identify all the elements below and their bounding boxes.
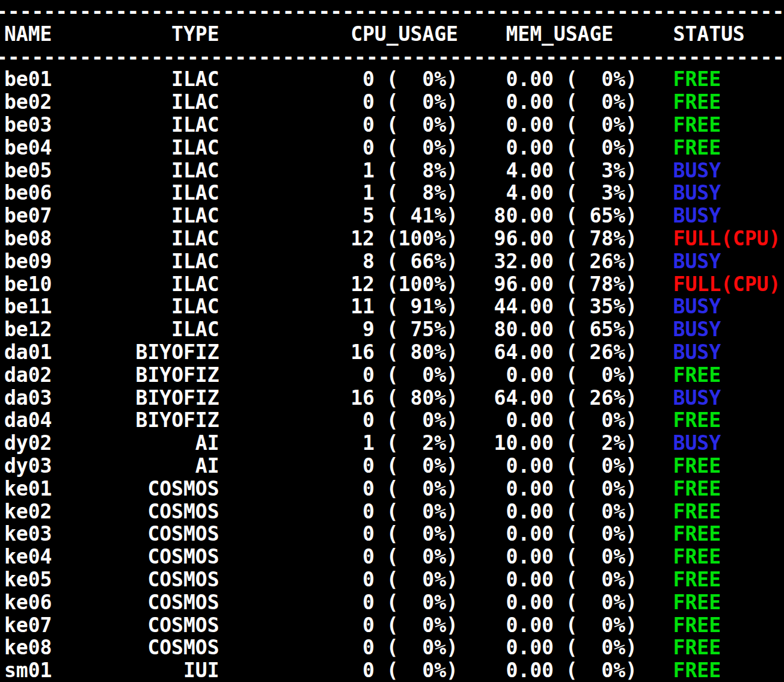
node-cpu-usage: 0 ( 0%): [219, 614, 458, 637]
table-row: ke02COSMOS0 ( 0%)0.00 ( 0%)FREE: [4, 500, 784, 523]
node-mem-usage: 0.00 ( 0%): [458, 568, 637, 591]
node-status: BUSY: [673, 318, 721, 341]
node-name: be08: [4, 227, 136, 250]
node-type: ILAC: [136, 227, 219, 250]
node-status: BUSY: [673, 387, 721, 410]
node-mem-usage: 0.00 ( 0%): [458, 591, 637, 614]
node-name: dy03: [4, 455, 136, 478]
table-row: be09ILAC8 ( 66%)32.00 ( 26%)BUSY: [4, 250, 784, 273]
column-header-type: TYPE: [136, 23, 219, 46]
node-status: FREE: [673, 455, 721, 478]
node-type: ILAC: [136, 182, 219, 204]
node-cpu-usage: 0 ( 0%): [219, 364, 458, 387]
node-status: BUSY: [673, 182, 721, 204]
node-type: ILAC: [136, 318, 219, 341]
node-name: be07: [4, 204, 136, 227]
node-type: ILAC: [136, 250, 219, 273]
node-status: FULL(CPU): [673, 273, 781, 296]
node-cpu-usage: 1 ( 2%): [219, 432, 458, 455]
node-name: be10: [4, 273, 136, 296]
table-row: be02ILAC0 ( 0%)0.00 ( 0%)FREE: [4, 91, 784, 114]
node-type: COSMOS: [136, 500, 219, 523]
node-mem-usage: 0.00 ( 0%): [458, 364, 637, 387]
node-type: ILAC: [136, 91, 219, 114]
node-cpu-usage: 12 (100%): [219, 273, 458, 296]
node-type: ILAC: [136, 68, 219, 91]
table-body: be01ILAC0 ( 0%)0.00 ( 0%)FREEbe02ILAC0 (…: [4, 68, 784, 682]
node-name: be05: [4, 159, 136, 182]
node-type: AI: [136, 455, 219, 478]
node-cpu-usage: 0 ( 0%): [219, 114, 458, 137]
table-row: be08ILAC12 (100%)96.00 ( 78%)FULL(CPU): [4, 227, 784, 250]
node-name: be01: [4, 68, 136, 91]
node-cpu-usage: 1 ( 8%): [219, 159, 458, 182]
node-mem-usage: 4.00 ( 3%): [458, 182, 637, 204]
separator-line-bottom: ----------------------------------------…: [0, 46, 784, 69]
node-type: COSMOS: [136, 614, 219, 637]
node-mem-usage: 64.00 ( 26%): [458, 387, 637, 410]
table-row: be04ILAC0 ( 0%)0.00 ( 0%)FREE: [4, 137, 784, 159]
node-type: ILAC: [136, 273, 219, 296]
table-row: ke08COSMOS0 ( 0%)0.00 ( 0%)FREE: [4, 636, 784, 659]
node-type: ILAC: [136, 137, 219, 159]
node-mem-usage: 0.00 ( 0%): [458, 500, 637, 523]
node-mem-usage: 0.00 ( 0%): [458, 91, 637, 114]
node-type: ILAC: [136, 114, 219, 137]
node-mem-usage: 4.00 ( 3%): [458, 159, 637, 182]
node-cpu-usage: 1 ( 8%): [219, 182, 458, 204]
node-mem-usage: 0.00 ( 0%): [458, 455, 637, 478]
table-row: be06ILAC1 ( 8%)4.00 ( 3%)BUSY: [4, 182, 784, 204]
node-cpu-usage: 16 ( 80%): [219, 341, 458, 364]
node-status: FREE: [673, 659, 721, 682]
node-name: ke06: [4, 591, 136, 614]
node-status: BUSY: [673, 159, 721, 182]
node-cpu-usage: 0 ( 0%): [219, 568, 458, 591]
node-status: FREE: [673, 500, 721, 523]
column-header-mem-usage: MEM_USAGE: [458, 23, 613, 46]
node-cpu-usage: 0 ( 0%): [219, 591, 458, 614]
table-row: ke04COSMOS0 ( 0%)0.00 ( 0%)FREE: [4, 545, 784, 568]
node-status: FREE: [673, 545, 721, 568]
column-header-cpu-usage: CPU_USAGE: [219, 23, 458, 46]
node-cpu-usage: 8 ( 66%): [219, 250, 458, 273]
node-mem-usage: 96.00 ( 78%): [458, 227, 637, 250]
node-mem-usage: 0.00 ( 0%): [458, 659, 637, 682]
node-status: BUSY: [673, 341, 721, 364]
node-mem-usage: 0.00 ( 0%): [458, 614, 637, 637]
node-status: FREE: [673, 114, 721, 137]
node-cpu-usage: 0 ( 0%): [219, 500, 458, 523]
table-row: ke05COSMOS0 ( 0%)0.00 ( 0%)FREE: [4, 568, 784, 591]
node-mem-usage: 0.00 ( 0%): [458, 523, 637, 545]
node-mem-usage: 10.00 ( 2%): [458, 432, 637, 455]
node-status: FREE: [673, 478, 721, 500]
node-mem-usage: 0.00 ( 0%): [458, 137, 637, 159]
table-row: be03ILAC0 ( 0%)0.00 ( 0%)FREE: [4, 114, 784, 137]
node-type: ILAC: [136, 295, 219, 318]
separator-line-top: ----------------------------------------…: [0, 0, 784, 23]
node-status: FREE: [673, 409, 721, 432]
node-mem-usage: 0.00 ( 0%): [458, 545, 637, 568]
table-row: be10ILAC12 (100%)96.00 ( 78%)FULL(CPU): [4, 273, 784, 296]
node-cpu-usage: 11 ( 91%): [219, 295, 458, 318]
node-type: COSMOS: [136, 636, 219, 659]
node-mem-usage: 32.00 ( 26%): [458, 250, 637, 273]
node-cpu-usage: 0 ( 0%): [219, 545, 458, 568]
node-mem-usage: 44.00 ( 35%): [458, 295, 637, 318]
node-status: FREE: [673, 614, 721, 637]
node-cpu-usage: 0 ( 0%): [219, 659, 458, 682]
node-status: BUSY: [673, 432, 721, 455]
node-status: FREE: [673, 591, 721, 614]
node-type: ILAC: [136, 159, 219, 182]
node-mem-usage: 80.00 ( 65%): [458, 204, 637, 227]
table-row: da01BIYOFIZ16 ( 80%)64.00 ( 26%)BUSY: [4, 341, 784, 364]
node-status: BUSY: [673, 250, 721, 273]
table-row: ke03COSMOS0 ( 0%)0.00 ( 0%)FREE: [4, 523, 784, 545]
node-name: be12: [4, 318, 136, 341]
node-mem-usage: 0.00 ( 0%): [458, 478, 637, 500]
node-mem-usage: 0.00 ( 0%): [458, 114, 637, 137]
node-name: da03: [4, 387, 136, 410]
table-row: da03BIYOFIZ16 ( 80%)64.00 ( 26%)BUSY: [4, 387, 784, 410]
node-status: FULL(CPU): [673, 227, 781, 250]
node-type: COSMOS: [136, 568, 219, 591]
node-cpu-usage: 0 ( 0%): [219, 68, 458, 91]
